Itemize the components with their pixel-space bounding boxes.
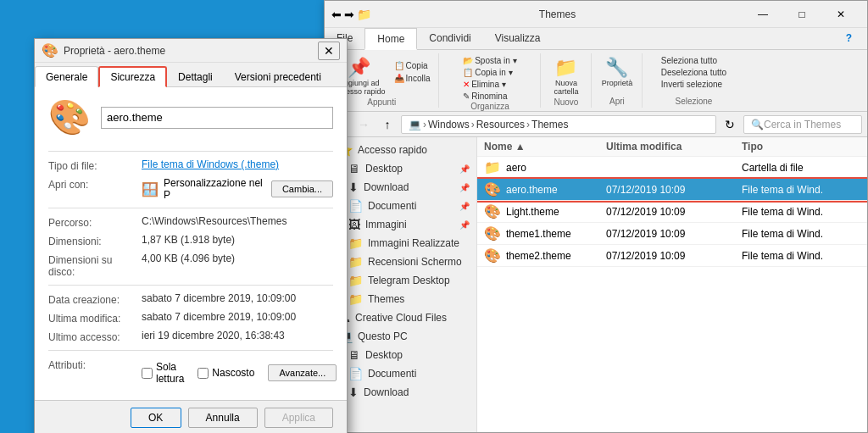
file-modified-light: 07/12/2019 10:09 [606,206,742,218]
pin-icon-docs: 📌 [459,202,470,211]
copy-button[interactable]: 📋 Copia [391,60,434,71]
refresh-button[interactable]: ↻ [720,114,740,135]
ok-button[interactable]: OK [131,408,181,428]
file-name-input[interactable] [101,107,333,129]
theme-icon-light: 🎨 [484,203,501,219]
tab-dettagli[interactable]: Dettagli [167,66,224,87]
copy-to-icon: 📋 [463,68,473,77]
minimize-button[interactable]: — [743,1,782,28]
search-box[interactable]: 🔍 Cerca in Themes [743,115,862,134]
prop-value-modified: sabato 7 dicembre 2019, 10:09:00 [142,311,333,323]
file-modified-theme2: 07/12/2019 10:09 [606,250,742,262]
file-name-aero: aero [506,162,526,174]
maximize-button[interactable]: □ [782,1,821,28]
theme-icon-theme2: 🎨 [484,247,501,264]
cancel-button[interactable]: Annulla [188,408,258,428]
nav-label-desktop-1: Desktop [365,163,403,175]
theme-icon-theme1: 🎨 [484,225,501,241]
file-type-aero: Cartella di file [742,162,860,174]
help-icon-button[interactable]: ? [834,29,864,49]
pin-icon-download: 📌 [459,183,470,192]
nuovo-buttons: 📁 Nuovacartella [549,53,583,97]
dialog-titlebar: 🎨 Proprietà - aero.theme ✕ [35,39,347,63]
invert-selection-button[interactable]: Inverti selezione [658,79,730,90]
file-name-cell-theme2: 🎨 theme2.theme [484,247,606,264]
prop-label-path: Percorso: [48,215,142,229]
folder-img-real-icon: 📁 [348,236,363,250]
hidden-checkbox[interactable] [198,368,209,379]
prop-label-created: Data creazione: [48,292,142,306]
prop-row-path: Percorso: C:\Windows\Resources\Themes [48,215,333,229]
delete-button[interactable]: ✕ Elimina ▾ [459,79,520,90]
big-file-icon: 🎨 [48,97,91,137]
hidden-checkbox-label[interactable]: Nascosto [198,367,254,379]
desktop-icon-1: 🖥 [348,162,360,175]
forward-button[interactable]: → [353,114,374,135]
prop-label-type: Tipo di file: [48,158,142,172]
tab-condividi[interactable]: Condividi [417,28,482,49]
dialog-title: Proprietà - aero.theme [64,45,313,57]
file-list: Nome ▲ Ultima modifica Tipo 📁 aero Carte… [477,137,867,432]
paste-icon: 📥 [394,74,404,83]
prop-label-accessed: Ultimo accesso: [48,330,142,343]
apply-button[interactable]: Applica [264,408,333,428]
desktop-icon-2: 🖥 [348,348,360,362]
readonly-checkbox-label[interactable]: Sola lettura [142,361,184,385]
main-area: ⭐ Accesso rapido 🖥 Desktop 📌 ⬇ Download … [325,137,867,432]
file-list-header[interactable]: Nome ▲ Ultima modifica Tipo [477,137,867,157]
file-modified-theme1: 07/12/2019 10:09 [606,228,742,240]
prop-row-created: Data creazione: sabato 7 dicembre 2019, … [48,292,333,306]
properties-button[interactable]: 🔧 Proprietà [598,57,637,89]
dialog-close-button[interactable]: ✕ [318,42,340,60]
readonly-checkbox[interactable] [142,368,153,379]
apri-label: Apri [609,97,625,108]
prop-row-disk-size: Dimensioni su disco: 4,00 KB (4.096 byte… [48,253,333,278]
move-to-button[interactable]: 📂 Sposta in ▾ [459,55,520,66]
folder-themes-icon: 📁 [348,292,363,306]
nav-label-rec: Recensioni Schermo [368,256,462,268]
new-folder-button[interactable]: 📁 Nuovacartella [549,57,583,97]
prop-value-created: sabato 7 dicembre 2019, 10:09:00 [142,292,333,304]
file-name-theme2: theme2.theme [506,250,571,262]
col-type: Tipo [742,141,860,153]
paste-button[interactable]: 📥 Incolla [391,73,434,84]
address-path[interactable]: 💻 › Windows › Resources › Themes [401,115,716,134]
prop-label-attributes: Attributi: [48,358,142,371]
copy-to-button[interactable]: 📋 Copia in ▾ [459,67,520,78]
tab-home[interactable]: Home [364,28,417,50]
dialog-tabs: Generale Sicurezza Dettagli Versioni pre… [35,63,347,87]
file-type-light: File tema di Wind. [742,206,860,218]
file-type-theme2: File tema di Wind. [742,250,860,262]
apri-buttons: 🔧 Proprietà [598,53,637,97]
ribbon-group-organizza: 📂 Sposta in ▾ 📋 Copia in ▾ ✕ Elimina ▾ ✎… [439,53,541,108]
pin-icon-img: 📌 [459,220,470,230]
file-row-theme1[interactable]: 🎨 theme1.theme 07/12/2019 10:09 File tem… [477,223,867,245]
download-icon-1: ⬇ [348,180,359,194]
file-row-aero-folder[interactable]: 📁 aero Cartella di file [477,157,867,179]
folder-icon-aero: 📁 [484,159,501,175]
nav-label-img-real: Immagini Realizzate [368,237,459,249]
new-folder-label: Nuovacartella [554,79,578,96]
file-row-light-theme[interactable]: 🎨 Light.theme 07/12/2019 10:09 File tema… [477,201,867,223]
tab-visualizza[interactable]: Visualizza [483,28,553,49]
file-name-cell-aero-theme: 🎨 aero.theme [484,181,606,197]
tab-generale[interactable]: Generale [35,66,98,87]
up-button[interactable]: ↑ [377,114,398,135]
select-all-button[interactable]: Seleziona tutto [658,55,730,66]
file-row-aero-theme[interactable]: 🎨 aero.theme 07/12/2019 10:09 File tema … [477,179,867,201]
nav-label-download-1: Download [364,181,409,193]
deselect-all-button[interactable]: Deseleziona tutto [658,67,730,78]
col-name: Nome ▲ [484,141,606,153]
tab-versioni[interactable]: Versioni precedenti [224,66,332,87]
rename-button[interactable]: ✎ Rinomina [459,91,520,102]
tab-sicurezza[interactable]: Sicurezza [98,66,167,87]
ribbon-group-nuovo: 📁 Nuovacartella Nuovo [541,53,592,108]
file-row-theme2[interactable]: 🎨 theme2.theme 07/12/2019 10:09 File tem… [477,245,867,267]
path-windows: Windows [428,119,470,130]
change-button[interactable]: Cambia... [271,180,333,197]
path-computer: 💻 [409,119,421,130]
docs-icon-2: 📄 [348,367,363,380]
advanced-button[interactable]: Avanzate... [268,364,337,381]
close-button[interactable]: ✕ [821,1,860,28]
prop-value-type[interactable]: File tema di Windows (.theme) [142,158,333,170]
